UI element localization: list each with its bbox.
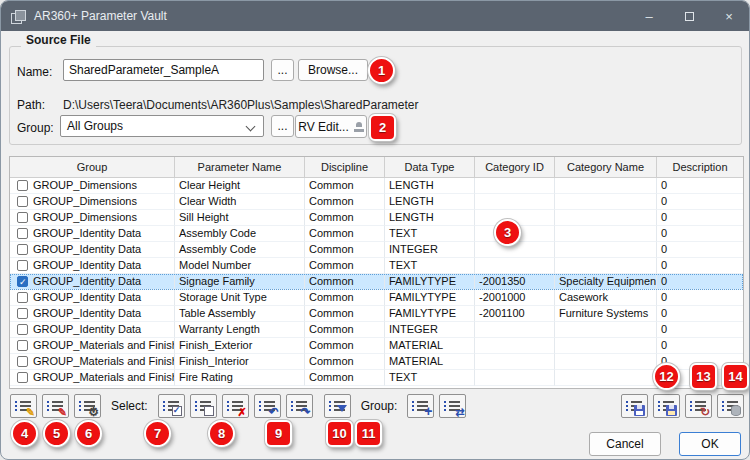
group-label: Group: [17,121,54,135]
toolbar-redo-selection-button[interactable]: ↷ [286,394,313,418]
row-cell: 0 [657,274,743,290]
name-more-button[interactable]: ... [271,59,294,81]
toolbar-edit-review-button[interactable]: ✎ [42,394,69,418]
row-cell [555,322,657,338]
path-value: D:\Users\Teera\Documents\AR360Plus\Sampl… [63,98,419,112]
table-row[interactable]: GROUP_Identity DataAssembly CodeCommonIN… [10,242,743,258]
rv-edit-button[interactable]: RV Edit... [295,115,367,138]
toolbar-parameter-settings-button[interactable]: ⚙ [74,394,101,418]
row-checkbox[interactable] [17,244,28,255]
annotation-4: 4 [11,420,38,447]
group-more-button[interactable]: ... [271,115,294,137]
row-cell: Common [305,242,385,258]
toolbar-edit-parameter-button[interactable]: ✎ [10,394,37,418]
toolbar-group-add-button[interactable]: + [407,394,434,418]
funnel-icon [337,405,347,417]
table-row[interactable]: GROUP_Identity DataSignage FamilyCommonF… [10,274,743,290]
toolbar-filter-selection-button[interactable] [324,394,351,418]
group-dropdown[interactable]: All Groups [60,115,264,137]
row-checkbox[interactable] [17,356,28,367]
path-label: Path: [17,98,45,112]
table-row[interactable]: GROUP_Identity DataTable AssemblyCommonF… [10,306,743,322]
column-header[interactable]: Data Type [385,157,475,177]
table-row[interactable]: GROUP_Materials and FinishesFinish_Inter… [10,354,743,370]
row-cell: 0 [657,258,743,274]
row-cell [555,370,657,386]
toolbar-save-button[interactable] [621,394,648,418]
table-row[interactable]: GROUP_Identity DataModel NumberCommonTEX… [10,258,743,274]
minimize-button-icon[interactable]: – [629,1,669,31]
row-cell: Storage Unit Type [175,290,305,306]
browse-button[interactable]: Browse... [298,59,368,81]
row-cell [555,258,657,274]
row-cell [475,178,555,194]
row-checkbox[interactable] [17,292,28,303]
row-group-text: GROUP_Materials and Finishes [33,370,175,385]
table-row[interactable]: GROUP_DimensionsClear WidthCommonLENGTH0 [10,194,743,210]
row-group-text: GROUP_Identity Data [33,274,141,289]
row-checkbox[interactable] [17,212,28,223]
row-checkbox[interactable] [17,260,28,271]
row-checkbox[interactable] [17,308,28,319]
row-cell [475,370,555,386]
row-group-text: GROUP_Identity Data [33,226,141,241]
row-cell: LENGTH [385,194,475,210]
table-row[interactable]: GROUP_Identity DataAssembly CodeCommonTE… [10,226,743,242]
title-bar: AR360+ Parameter Vault – × [1,1,749,31]
row-cell: -2001350 [475,274,555,290]
rv-edit-label: RV Edit... [298,120,348,134]
column-header[interactable]: Group [10,157,175,177]
column-header[interactable]: Category ID [475,157,555,177]
toolbar-delete-selected-button[interactable]: ✗ [222,394,249,418]
column-header[interactable]: Description [657,157,743,177]
row-checkbox[interactable] [17,228,28,239]
cancel-button[interactable]: Cancel [589,432,661,456]
table-row[interactable]: GROUP_Materials and FinishesFire RatingC… [10,370,743,386]
row-cell [555,226,657,242]
row-cell: Finish_Exterior [175,338,305,354]
table-row[interactable]: GROUP_Identity DataStorage Unit TypeComm… [10,290,743,306]
row-checkbox[interactable] [17,372,28,383]
row-cell: Finish_Interior [175,354,305,370]
table-row[interactable]: GROUP_DimensionsClear HeightCommonLENGTH… [10,178,743,194]
toolbar-select-none-button[interactable] [190,394,217,418]
row-group-text: GROUP_Dimensions [33,210,137,225]
row-cell [475,322,555,338]
toolbar-database-button[interactable] [717,394,744,418]
column-header[interactable]: Parameter Name [175,157,305,177]
row-checkbox[interactable] [17,340,28,351]
row-cell: 0 [657,178,743,194]
toolbar-reload-button[interactable]: ↻ [685,394,712,418]
toolbar-save-as-button[interactable] [653,394,680,418]
row-checkbox[interactable] [17,180,28,191]
toolbar-group-move-button[interactable]: ⇄ [439,394,466,418]
toolbar-left: ✎✎⚙Select:✗↶↷Group:+⇄ [10,394,466,418]
redo-icon: ↷ [301,407,311,418]
annotation-1: 1 [368,57,395,84]
pencil-red-icon: ✎ [58,407,67,418]
row-cell: Warranty Length [175,322,305,338]
maximize-button-icon[interactable] [669,1,709,31]
window-title: AR360+ Parameter Vault [34,9,167,23]
toolbar-select-all-button[interactable] [158,394,185,418]
column-header[interactable]: Category Name [555,157,657,177]
row-cell: 0 [657,226,743,242]
ok-button[interactable]: OK [679,432,741,456]
close-button-icon[interactable]: × [709,1,749,31]
row-cell: Fire Rating [175,370,305,386]
annotation-13: 13 [690,363,717,390]
row-checkbox[interactable] [17,324,28,335]
row-cell: Common [305,338,385,354]
row-cell: Common [305,354,385,370]
row-cell: Specialty Equipment [555,274,657,290]
row-checkbox[interactable] [17,196,28,207]
row-cell: -2001000 [475,290,555,306]
table-row[interactable]: GROUP_Identity DataWarranty LengthCommon… [10,322,743,338]
row-checkbox[interactable] [17,276,28,287]
name-input[interactable] [63,59,264,81]
toolbar-undo-selection-button[interactable]: ↶ [254,394,281,418]
row-cell [555,194,657,210]
column-header[interactable]: Discipline [305,157,385,177]
table-row[interactable]: GROUP_Materials and FinishesFinish_Exter… [10,338,743,354]
table-row[interactable]: GROUP_DimensionsSill HeightCommonLENGTH0 [10,210,743,226]
